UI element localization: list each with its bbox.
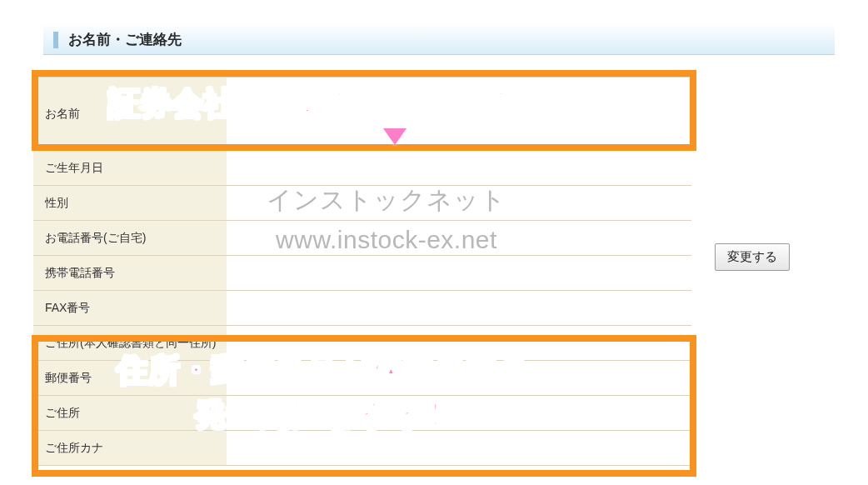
table-row: 性別 xyxy=(33,186,691,221)
table-row: ご住所カナ xyxy=(33,431,691,466)
value-fax xyxy=(227,291,691,326)
label-phone-home: お電話番号(ご自宅) xyxy=(33,221,227,256)
value-addr-head xyxy=(227,326,691,361)
value-birthdate xyxy=(227,151,691,186)
content-wrap: お名前 ご生年月日 性別 お電話番号(ご自宅) 携帯電話番号 FAX番号 ご住所… xyxy=(33,77,858,466)
value-name xyxy=(227,78,691,151)
label-name: お名前 xyxy=(33,78,227,151)
table-row: ご住所(本人確認書類と同一住所) xyxy=(33,326,691,361)
table-row: FAX番号 xyxy=(33,291,691,326)
table-row: 郵便番号 xyxy=(33,361,691,396)
table-row: ご住所 xyxy=(33,396,691,431)
label-birthdate: ご生年月日 xyxy=(33,151,227,186)
table-row: お電話番号(ご自宅) xyxy=(33,221,691,256)
value-address xyxy=(227,396,691,431)
value-gender xyxy=(227,186,691,221)
change-button[interactable]: 変更する xyxy=(715,243,790,271)
label-address: ご住所 xyxy=(33,396,227,431)
header-marker xyxy=(53,32,58,48)
value-phone-home xyxy=(227,221,691,256)
label-phone-mobile: 携帯電話番号 xyxy=(33,256,227,291)
value-postal xyxy=(227,361,691,396)
label-fax: FAX番号 xyxy=(33,291,227,326)
label-addr-head: ご住所(本人確認書類と同一住所) xyxy=(33,326,227,361)
table-row: ご生年月日 xyxy=(33,151,691,186)
action-column: 変更する xyxy=(691,77,858,271)
label-postal: 郵便番号 xyxy=(33,361,227,396)
table-row: お名前 xyxy=(33,78,691,151)
value-phone-mobile xyxy=(227,256,691,291)
section-title: お名前・ご連絡先 xyxy=(68,32,182,48)
table-row: 携帯電話番号 xyxy=(33,256,691,291)
profile-table: お名前 ご生年月日 性別 お電話番号(ご自宅) 携帯電話番号 FAX番号 ご住所… xyxy=(33,77,691,466)
section-header: お名前・ご連絡先 xyxy=(43,23,835,55)
value-address-kana xyxy=(227,431,691,466)
label-address-kana: ご住所カナ xyxy=(33,431,227,466)
label-gender: 性別 xyxy=(33,186,227,221)
